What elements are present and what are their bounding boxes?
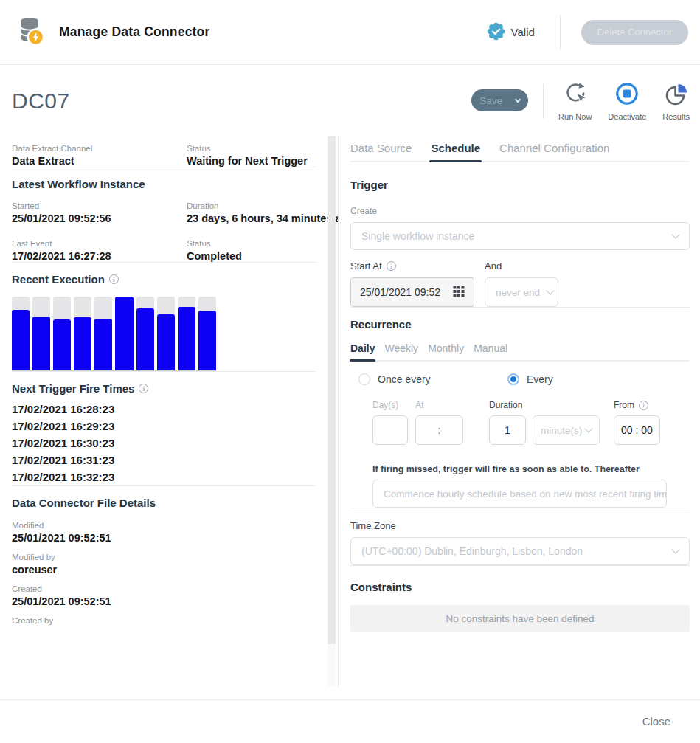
channel-label: Data Extract Channel: [12, 144, 187, 153]
from-input[interactable]: 00 : 00: [614, 415, 660, 445]
days-input[interactable]: [372, 415, 408, 445]
tab-schedule[interactable]: Schedule: [431, 142, 480, 154]
bar-track: [115, 297, 133, 370]
fire-time: 17/02/2021 16:31:23: [12, 452, 316, 469]
dialog-footer: Close: [0, 699, 700, 742]
calendar-icon[interactable]: [453, 286, 465, 300]
duration-group: Duration 1: [489, 400, 526, 445]
status-value: Waiting for Next Trigger: [187, 155, 316, 167]
radio-unchecked-icon[interactable]: [358, 373, 370, 385]
dialog-header: Manage Data Connector: [0, 0, 700, 65]
deactivate-icon: [614, 80, 640, 110]
toolbar-actions: Run Now Deactivate: [558, 80, 690, 121]
bar: [53, 319, 71, 370]
once-every-radio[interactable]: Once every: [358, 373, 507, 385]
trigger-heading: Trigger: [350, 179, 690, 191]
info-icon[interactable]: [387, 261, 396, 271]
bar: [115, 297, 133, 370]
info-icon[interactable]: [109, 274, 119, 284]
left-panel-scrollbar[interactable]: [328, 136, 336, 686]
every-radio[interactable]: Every: [507, 373, 553, 385]
bar-track: [53, 297, 71, 370]
latest-workflow-heading: Latest Workflow Instance: [12, 178, 316, 190]
fire-time: 17/02/2021 16:28:23: [12, 401, 316, 418]
last-event-field: Last Event 17/02/2021 16:27:28: [12, 239, 187, 262]
deactivate-label: Deactivate: [608, 112, 646, 121]
channel-value: Data Extract: [12, 155, 187, 167]
header-divider: [560, 15, 561, 49]
run-now-button[interactable]: Run Now: [558, 80, 592, 121]
workflow-details-grid: Started 25/01/2021 09:52:56 Duration 23 …: [12, 201, 316, 262]
deactivate-button[interactable]: Deactivate: [608, 80, 646, 121]
info-icon[interactable]: [139, 384, 148, 393]
header-right: Valid Delete Connector: [487, 15, 688, 49]
time-zone-label: Time Zone: [350, 520, 690, 531]
file-detail-field: Created by: [12, 616, 316, 625]
results-button[interactable]: Results: [662, 80, 690, 121]
file-detail-field: Created25/01/2021 09:52:51: [12, 584, 316, 607]
bar: [94, 319, 112, 370]
delete-connector-button[interactable]: Delete Connector: [581, 20, 688, 45]
tab-manual[interactable]: Manual: [474, 342, 507, 354]
status-panel: Data Extract Channel Data Extract Status…: [0, 136, 338, 686]
valid-seal-icon: [487, 22, 505, 43]
duration-unit-group: minute(s): [533, 415, 600, 445]
info-icon[interactable]: [639, 401, 648, 410]
bar: [136, 308, 154, 370]
page-title: Manage Data Connector: [59, 24, 210, 40]
tab-data-source[interactable]: Data Source: [350, 142, 412, 154]
fire-time: 17/02/2021 16:32:23: [12, 469, 316, 485]
divider: [12, 262, 316, 263]
recurrence-mode-radios: Once every Every: [350, 373, 690, 385]
start-at-row: Start At 25/01/2021 09:52: [350, 260, 690, 307]
status-label: Status: [187, 144, 316, 153]
bar: [178, 307, 195, 370]
days-group: Day(s): [372, 400, 408, 445]
never-end-select[interactable]: never end: [485, 277, 558, 307]
start-at-input[interactable]: 25/01/2021 09:52: [350, 277, 474, 307]
bar-track: [198, 297, 216, 370]
chevron-down-icon: [671, 545, 679, 553]
at-input[interactable]: :: [415, 415, 463, 445]
file-detail-field: Modified bycoreuser: [12, 553, 316, 576]
duration-field: Duration 23 days, 6 hours, 34 minutes a: [187, 201, 338, 224]
radio-checked-icon[interactable]: [507, 373, 519, 385]
from-label: From: [614, 400, 660, 410]
file-details-heading: Data Connector File Details: [12, 497, 316, 509]
tab-monthly[interactable]: Monthly: [428, 342, 464, 354]
bar-track: [12, 297, 30, 370]
fire-times-list: 17/02/2021 16:28:2317/02/2021 16:29:2317…: [12, 401, 316, 485]
bar-track: [157, 297, 175, 370]
start-at-label: Start At: [350, 260, 474, 272]
scrollbar-thumb[interactable]: [328, 136, 336, 644]
divider: [350, 508, 690, 508]
start-at-group: Start At 25/01/2021 09:52: [350, 260, 474, 307]
next-trigger-heading: Next Trigger Fire Times: [12, 382, 316, 395]
recent-execution-chart: [12, 297, 216, 371]
tab-channel-configuration[interactable]: Channel Configuration: [499, 142, 609, 154]
validity-status: Valid: [487, 22, 535, 43]
duration-input[interactable]: 1: [489, 415, 526, 445]
tab-daily[interactable]: Daily: [350, 342, 375, 354]
close-button[interactable]: Close: [642, 715, 670, 728]
duration-unit-select[interactable]: minute(s): [533, 415, 600, 445]
file-detail-field: Modified25/01/2021 09:52:51: [12, 521, 316, 544]
divider: [350, 565, 690, 566]
create-label: Create: [350, 206, 690, 216]
toolbar-divider: [543, 83, 544, 119]
channel-field: Data Extract Channel Data Extract: [12, 144, 187, 167]
connector-titlebar: DC07 Save Run Now: [0, 65, 700, 136]
save-button[interactable]: Save: [471, 89, 528, 111]
header-left: Manage Data Connector: [15, 15, 210, 50]
fire-time: 17/02/2021 16:30:23: [12, 435, 316, 452]
bar-track: [178, 297, 195, 370]
recurrence-tab-bar: Daily Weekly Monthly Manual: [350, 342, 690, 362]
create-select[interactable]: Single workflow instance: [350, 222, 690, 250]
chevron-down-icon: [671, 230, 679, 238]
bar-track: [32, 297, 50, 370]
connector-name: DC07: [12, 89, 70, 114]
missed-firing-select[interactable]: Commence hourly schedule based on new mo…: [372, 480, 667, 508]
tab-weekly[interactable]: Weekly: [384, 342, 418, 354]
time-zone-select[interactable]: (UTC+00:00) Dublin, Edinburgh, Lisbon, L…: [350, 537, 690, 565]
bar: [157, 314, 175, 370]
